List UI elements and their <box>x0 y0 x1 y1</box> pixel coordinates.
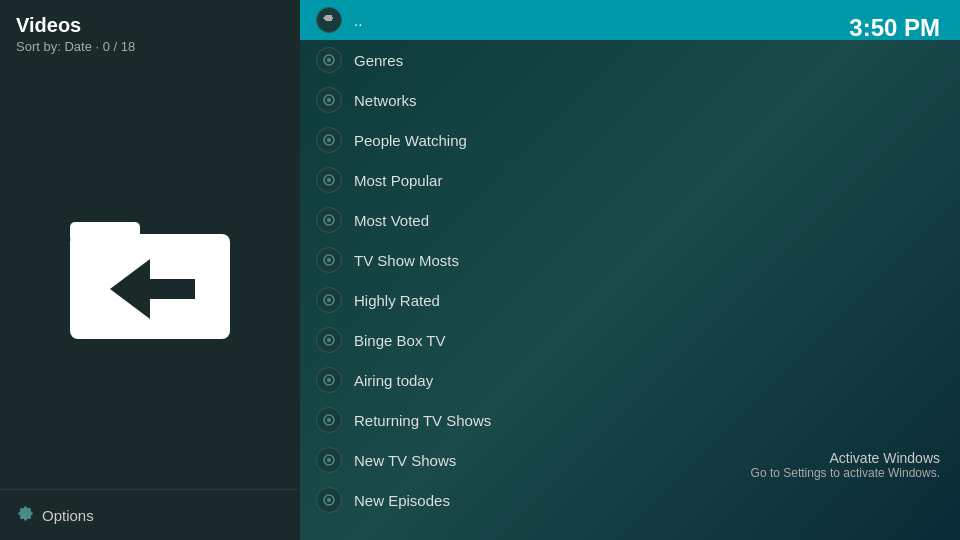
sort-info: Sort by: Date · 0 / 18 <box>16 39 284 54</box>
folder-back-icon <box>65 204 235 344</box>
item-icon-new-tv-shows <box>316 447 342 473</box>
list-item-highly-rated[interactable]: Highly Rated <box>300 280 960 320</box>
item-label-returning-tv-shows: Returning TV Shows <box>354 412 491 429</box>
svg-point-6 <box>327 58 331 62</box>
list-item-returning-tv-shows[interactable]: Returning TV Shows <box>300 400 960 440</box>
svg-point-22 <box>327 378 331 382</box>
list-item-genres[interactable]: Genres <box>300 40 960 80</box>
svg-point-14 <box>327 218 331 222</box>
item-icon-airing-today <box>316 367 342 393</box>
svg-point-16 <box>327 258 331 262</box>
list-item-most-voted[interactable]: Most Voted <box>300 200 960 240</box>
item-label-most-voted: Most Voted <box>354 212 429 229</box>
gear-icon <box>16 504 34 526</box>
svg-rect-4 <box>326 17 333 19</box>
item-label-people-watching: People Watching <box>354 132 467 149</box>
item-label-most-popular: Most Popular <box>354 172 442 189</box>
item-label-highly-rated: Highly Rated <box>354 292 440 309</box>
clock: 3:50 PM <box>849 14 940 42</box>
svg-point-12 <box>327 178 331 182</box>
item-label-binge-box-tv: Binge Box TV <box>354 332 445 349</box>
item-label-networks: Networks <box>354 92 417 109</box>
list-items-container: Genres Networks People Watching Most Pop… <box>300 40 960 520</box>
svg-point-18 <box>327 298 331 302</box>
item-icon-most-popular <box>316 167 342 193</box>
item-label-tv-show-mosts: TV Show Mosts <box>354 252 459 269</box>
list-item-most-popular[interactable]: Most Popular <box>300 160 960 200</box>
svg-rect-3 <box>150 279 195 299</box>
item-icon-genres <box>316 47 342 73</box>
activate-windows-notice: Activate Windows Go to Settings to activ… <box>751 450 940 480</box>
app-title: Videos <box>16 14 284 37</box>
item-icon-new-episodes <box>316 487 342 513</box>
svg-rect-1 <box>70 222 140 242</box>
item-icon-networks <box>316 87 342 113</box>
bottom-options[interactable]: Options <box>0 489 300 540</box>
activate-subtitle: Go to Settings to activate Windows. <box>751 466 940 480</box>
list-item-binge-box-tv[interactable]: Binge Box TV <box>300 320 960 360</box>
item-icon-binge-box-tv <box>316 327 342 353</box>
back-icon <box>316 7 342 33</box>
item-icon-highly-rated <box>316 287 342 313</box>
list-item-tv-show-mosts[interactable]: TV Show Mosts <box>300 240 960 280</box>
item-icon-tv-show-mosts <box>316 247 342 273</box>
svg-point-20 <box>327 338 331 342</box>
back-label: .. <box>354 12 362 29</box>
left-panel: Videos Sort by: Date · 0 / 18 Options <box>0 0 300 540</box>
item-icon-returning-tv-shows <box>316 407 342 433</box>
list-item-new-episodes[interactable]: New Episodes <box>300 480 960 520</box>
item-icon-people-watching <box>316 127 342 153</box>
svg-point-28 <box>327 498 331 502</box>
item-label-genres: Genres <box>354 52 403 69</box>
svg-point-8 <box>327 98 331 102</box>
item-label-airing-today: Airing today <box>354 372 433 389</box>
list-item-airing-today[interactable]: Airing today <box>300 360 960 400</box>
svg-point-26 <box>327 458 331 462</box>
header: Videos Sort by: Date · 0 / 18 <box>0 0 300 58</box>
svg-point-10 <box>327 138 331 142</box>
activate-title: Activate Windows <box>751 450 940 466</box>
options-label: Options <box>42 507 94 524</box>
item-label-new-episodes: New Episodes <box>354 492 450 509</box>
item-label-new-tv-shows: New TV Shows <box>354 452 456 469</box>
folder-icon-area <box>0 58 300 489</box>
svg-point-24 <box>327 418 331 422</box>
item-icon-most-voted <box>316 207 342 233</box>
list-item-networks[interactable]: Networks <box>300 80 960 120</box>
list-item-people-watching[interactable]: People Watching <box>300 120 960 160</box>
